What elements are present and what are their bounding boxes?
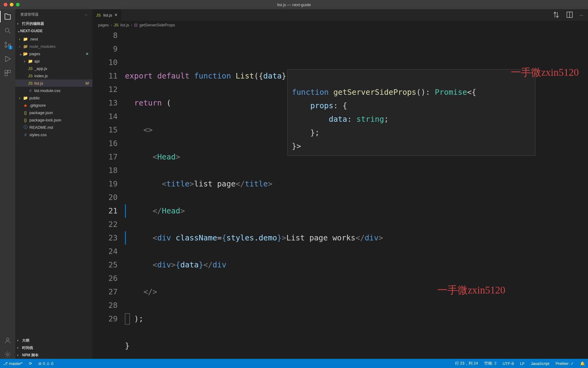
status-bar: ⎇ master* ⟳ ⊘ 0 ⚠ 0 行 23，列 24 空格: 2 UTF-… [0,359,588,368]
svg-rect-4 [5,70,7,73]
file-tree-item[interactable]: ⌄📂pages [15,50,92,57]
svg-rect-6 [5,73,7,76]
file-type-icon: JS [28,66,33,71]
file-tree-item[interactable]: #list.module.css [15,87,92,94]
file-type-icon: 📂 [23,52,28,56]
file-tree-item[interactable]: ›📁public [15,94,92,102]
status-eol[interactable]: LF [517,361,528,366]
svg-rect-5 [8,70,10,73]
file-name: _app.js [34,66,47,71]
chevron-right-icon: › [17,338,21,343]
status-encoding[interactable]: UTF-8 [499,361,517,366]
status-indentation[interactable]: 空格: 2 [481,361,499,366]
chevron-down-icon: ⌄ [17,29,20,33]
npm-label: NPM 脚本 [22,353,39,358]
svg-point-2 [5,46,7,48]
js-file-icon: JS [96,13,101,17]
open-editors-section[interactable]: ›打开的编辑器 [15,20,92,27]
source-control-icon[interactable]: 1 [3,40,12,49]
timeline-section[interactable]: ›时间线 [15,344,92,351]
line-number-gutter: 8910111213141516171819202122232425262728… [92,29,125,359]
search-icon[interactable] [3,26,12,35]
status-cursor-position[interactable]: 行 23，列 24 [452,361,481,366]
file-name: list.js [34,81,43,86]
file-name: package.json [29,110,53,115]
code-editor[interactable]: 8910111213141516171819202122232425262728… [92,29,588,359]
settings-gear-icon[interactable] [3,350,12,359]
window-controls [0,3,20,6]
git-gutter-marker [125,204,126,218]
file-tree-item[interactable]: ⓘREADME.md [15,124,92,131]
sidebar-more-icon[interactable]: ··· [85,13,88,17]
file-tree-item[interactable]: ›📁node_modules [15,43,92,50]
method-icon: ⊡ [134,23,138,27]
breadcrumbs[interactable]: pages › JS list.js › ⊡ getServerSideProp… [92,21,588,29]
accounts-icon[interactable] [3,336,12,345]
file-tree-item[interactable]: {}package.json [15,109,92,116]
outline-section[interactable]: ›大纲 [15,337,92,344]
file-type-icon: # [23,132,28,137]
split-editor-icon[interactable] [566,11,573,19]
file-type-icon: ⓘ [23,125,28,130]
file-name: public [29,96,40,100]
bracket-match-highlight [125,313,130,324]
breadcrumb-file[interactable]: list.js [120,23,129,27]
chevron-icon: ⌄ [19,52,23,56]
file-tree-item[interactable]: JSindex.js [15,72,92,79]
breadcrumb-folder[interactable]: pages [98,23,109,27]
file-type-icon: ◆ [23,103,28,108]
svg-point-8 [7,354,9,355]
file-tree-item[interactable]: ›📁.next [15,35,92,43]
chevron-right-icon: › [111,23,112,27]
file-name: styles.css [29,132,47,137]
file-name: package-lock.json [29,118,61,122]
project-section[interactable]: ⌄NEXT-GUIDE [15,27,92,35]
file-name: README.md [29,125,53,130]
code-content[interactable]: export default function List({data}) { r… [125,29,588,359]
explorer-icon[interactable] [3,12,12,21]
compare-changes-icon[interactable] [552,11,560,19]
file-name: api [34,59,40,63]
status-sync-icon[interactable]: ⟳ [26,361,35,366]
file-type-icon: 📁 [23,44,28,49]
status-problems[interactable]: ⊘ 0 ⚠ 0 [35,361,56,366]
file-tree-item[interactable]: ◆.gitignore [15,102,92,109]
status-prettier[interactable]: Prettier: ✓ [552,361,577,366]
file-tree-item[interactable]: ›📁api [15,57,92,65]
chevron-icon: › [19,96,23,100]
file-tree-item[interactable]: #styles.css [15,131,92,138]
close-window-icon[interactable] [4,3,7,6]
chevron-right-icon: › [17,21,21,26]
file-name: list.module.css [34,88,60,93]
git-gutter-marker [125,231,126,245]
chevron-right-icon: › [17,346,21,350]
close-tab-icon[interactable]: × [115,12,117,18]
file-name: node_modules [29,44,55,49]
status-branch[interactable]: ⎇ master* [0,361,26,366]
debug-icon[interactable] [3,55,12,63]
status-bell-icon[interactable]: 🔔 [577,361,588,366]
titlebar: list.js — next-guide [0,0,588,9]
status-language[interactable]: JavaScript [528,361,552,366]
outline-label: 大纲 [22,338,29,343]
timeline-label: 时间线 [22,345,33,351]
breadcrumb-symbol[interactable]: getServerSideProps [139,23,175,27]
extensions-icon[interactable] [3,69,12,77]
tab-list-js[interactable]: JS list.js × [92,9,121,21]
open-editors-label: 打开的编辑器 [22,21,44,26]
chevron-icon: › [24,59,28,63]
minimize-window-icon[interactable] [10,3,13,6]
git-modified-badge: M [85,81,89,86]
npm-scripts-section[interactable]: ›NPM 脚本 [15,351,92,359]
activity-bar: 1 [0,9,15,359]
file-tree-item[interactable]: JSlist.jsM [15,79,92,87]
file-type-icon: {} [23,118,28,122]
file-type-icon: 📁 [23,96,28,100]
file-tree-item[interactable]: JS_app.js [15,65,92,72]
editor-area: JS list.js × ··· pages › JS list.js › ⊡ … [92,9,588,359]
more-actions-icon[interactable]: ··· [579,13,583,17]
tab-bar: JS list.js × ··· [92,9,588,21]
file-tree-item[interactable]: {}package-lock.json [15,116,92,124]
maximize-window-icon[interactable] [16,3,20,6]
file-type-icon: {} [23,110,28,115]
